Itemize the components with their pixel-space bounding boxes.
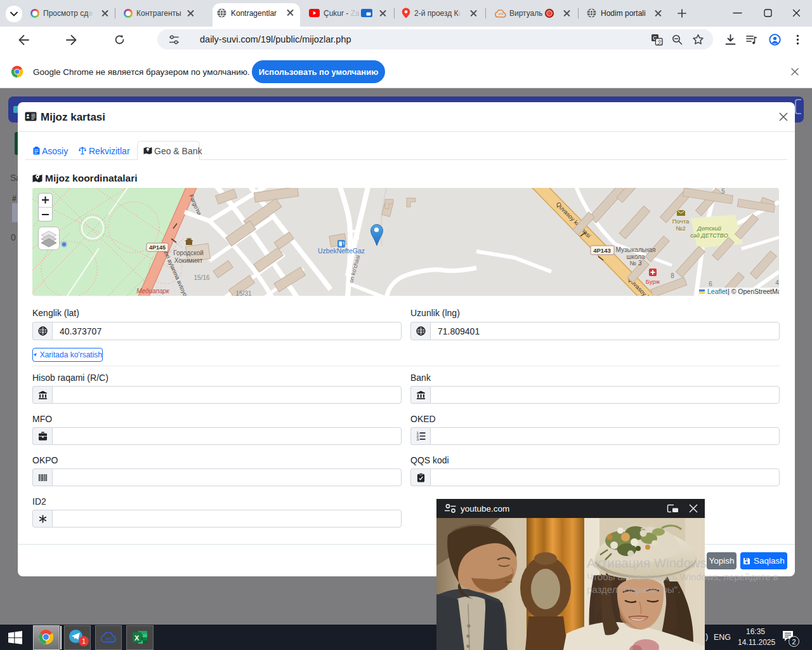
svg-text:15/31: 15/31 [235, 290, 251, 296]
svg-text:15/16: 15/16 [193, 274, 209, 281]
svg-text:4P143: 4P143 [593, 247, 610, 254]
svg-text:№2: №2 [676, 225, 685, 232]
svg-text:文: 文 [657, 39, 662, 45]
svg-text:Почта: Почта [672, 218, 690, 225]
svg-text:Хокимият: Хокимият [174, 257, 203, 264]
svg-text:Музыкальная: Музыкальная [616, 246, 656, 253]
svg-text:5: 5 [721, 188, 725, 195]
svg-text:Медиапарк: Медиапарк [136, 288, 170, 295]
svg-text:6: 6 [709, 281, 712, 288]
svg-text:RTC: RTC [106, 637, 113, 641]
svg-text:4: 4 [775, 279, 779, 286]
svg-text:UzbekNefteGaz: UzbekNefteGaz [318, 247, 365, 255]
svg-text:Leaflet: Leaflet [707, 288, 728, 295]
svg-text:X: X [134, 634, 140, 642]
svg-text:8: 8 [671, 272, 674, 279]
svg-text:Детский: Детский [697, 225, 721, 232]
svg-text:Городской: Городской [173, 249, 204, 256]
svg-text:4P145: 4P145 [149, 244, 166, 251]
svg-text:Бурж: Бурж [646, 278, 660, 285]
svg-text:| © OpenStreetMap: | © OpenStreetMap [728, 288, 779, 295]
svg-text:3.: 3. [416, 437, 419, 441]
svg-text:сад ДЕТСТВО: сад ДЕТСТВО [690, 232, 728, 239]
svg-text:youtube.com: youtube.com [461, 504, 509, 514]
svg-text:№ 3: № 3 [629, 260, 642, 267]
